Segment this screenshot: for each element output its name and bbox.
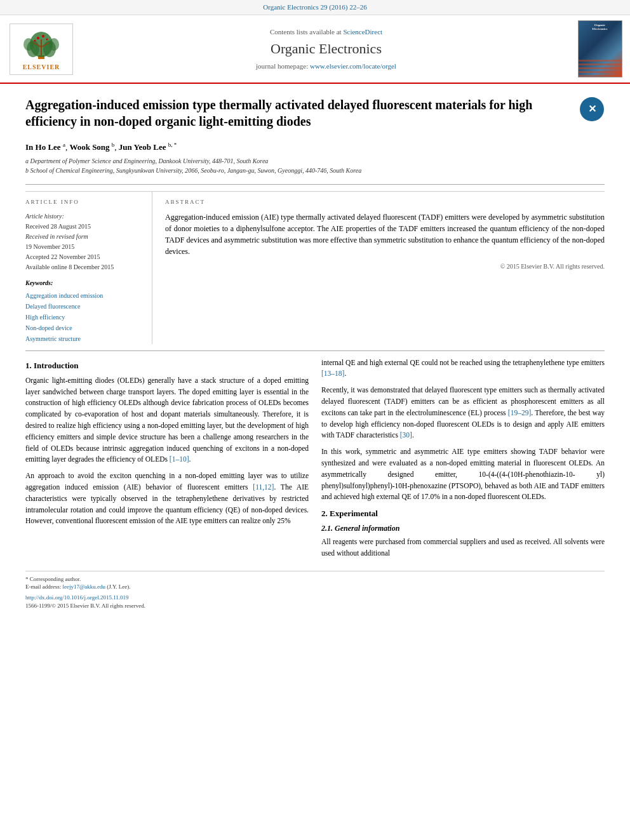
sciencedirect-link[interactable]: ScienceDirect (343, 28, 382, 36)
keyword-2[interactable]: Delayed fluorescence (25, 301, 142, 312)
journal-citation: Organic Electronics 29 (2016) 22–26 (263, 3, 367, 11)
revised-date: 19 November 2015 (25, 242, 142, 252)
svg-point-10 (42, 35, 44, 37)
svg-point-11 (34, 39, 36, 41)
article-info-column: ARTICLE INFO Article history: Received 2… (25, 192, 152, 344)
svg-point-5 (49, 38, 59, 51)
section1-title: 1. Introduction (25, 360, 309, 371)
journal-homepage: journal homepage: www.elsevier.com/locat… (256, 62, 396, 71)
section2-1-para: All reagents were purchased from commerc… (321, 537, 605, 559)
ref-11-12[interactable]: [11,12] (253, 483, 274, 491)
affiliations: a Department of Polymer Science and Engi… (25, 156, 605, 175)
ref-30[interactable]: [30] (400, 431, 412, 439)
journal-title: Organic Electronics (271, 39, 382, 59)
copyright: © 2015 Elsevier B.V. All rights reserved… (165, 262, 605, 271)
section1-para1: Organic light-emitting diodes (OLEDs) ge… (25, 375, 309, 466)
svg-point-4 (23, 38, 34, 51)
journal-header: ELSEVIER Contents lists available at Sci… (0, 15, 630, 84)
ref-19-29[interactable]: [19–29] (508, 409, 531, 417)
cover-image: OrganicElectronics (578, 20, 622, 77)
body-right-column: internal QE and high external QE could n… (321, 357, 605, 564)
author-jun-yeob-lee: Jun Yeob Lee (119, 143, 166, 152)
available-online: Available online 8 December 2015 (25, 262, 142, 272)
received-date: Received 28 August 2015 (25, 222, 142, 232)
email-link[interactable]: leejy17@akku.edu (62, 583, 105, 590)
keyword-4[interactable]: Non-doped device (25, 323, 142, 333)
section1-para2: An approach to avoid the exciton quenchi… (25, 470, 309, 527)
crossmark-icon (580, 97, 604, 121)
section1-para5: In this work, symmetric and asymmetric A… (321, 446, 605, 503)
cover-decoration (579, 58, 622, 77)
article-title-section: Aggregation-induced emission type therma… (25, 84, 605, 136)
history-label: Article history: (25, 211, 142, 222)
section1-para4: Recently, it was demonstrated that delay… (321, 385, 605, 441)
keyword-1[interactable]: Aggregation induced emission (25, 290, 142, 301)
section2-1-title: 2.1. General information (321, 523, 605, 534)
top-bar: Organic Electronics 29 (2016) 22–26 (0, 0, 630, 15)
affiliation-a: a Department of Polymer Science and Engi… (25, 156, 605, 166)
email-author: (J.Y. Lee). (107, 583, 130, 590)
contents-line: Contents lists available at ScienceDirec… (270, 27, 382, 37)
received-revised-label: Received in revised form (25, 232, 142, 242)
affiliation-b: b School of Chemical Engineering, Sungky… (25, 166, 605, 175)
abstract-column: ABSTRACT Aggregation-induced emission (A… (165, 192, 605, 344)
abstract-text: Aggregation-induced emission (AIE) type … (165, 211, 605, 257)
keyword-5[interactable]: Asymmetric structure (25, 333, 142, 344)
section2-title: 2. Experimental (321, 508, 605, 519)
body-columns: 1. Introduction Organic light-emitting d… (25, 357, 605, 564)
issn-line: 1566-1199/© 2015 Elsevier B.V. All right… (25, 602, 605, 610)
elsevier-tree-icon (19, 27, 64, 62)
author-sup-a: a (63, 142, 65, 148)
cover-title: OrganicElectronics (593, 23, 608, 31)
keywords-section: Keywords: Aggregation induced emission D… (25, 279, 142, 344)
article-title: Aggregation-induced emission type therma… (25, 97, 579, 130)
info-abstract-columns: ARTICLE INFO Article history: Received 2… (25, 191, 605, 344)
elsevier-wordmark: ELSEVIER (23, 63, 60, 72)
abstract-header: ABSTRACT (165, 198, 605, 206)
crossmark-badge[interactable] (579, 97, 605, 122)
accepted-date: Accepted 22 November 2015 (25, 252, 142, 262)
section1-para3: internal QE and high external QE could n… (321, 357, 605, 380)
elsevier-logo-container: ELSEVIER (6, 20, 76, 77)
ref-1-10[interactable]: [1–10] (170, 455, 189, 463)
ref-13-18[interactable]: [13–18] (321, 370, 344, 377)
homepage-url[interactable]: www.elsevier.com/locate/orgel (310, 62, 396, 70)
journal-cover: OrganicElectronics (576, 20, 624, 77)
author-in-ho-lee: In Ho Lee (25, 143, 61, 152)
keyword-3[interactable]: High efficiency (25, 312, 142, 323)
author-sup-b2: b, * (168, 142, 177, 148)
corresponding-label: * Corresponding author. (25, 575, 605, 583)
footnote-section: * Corresponding author. E-mail address: … (25, 571, 605, 610)
authors-section: In Ho Lee a, Wook Song b, Jun Yeob Lee b… (25, 136, 605, 178)
email-label: E-mail address: (25, 583, 62, 590)
email-address: E-mail address: leejy17@akku.edu (J.Y. L… (25, 583, 605, 591)
body-left-column: 1. Introduction Organic light-emitting d… (25, 357, 309, 564)
svg-point-12 (46, 38, 48, 40)
svg-point-9 (37, 37, 39, 39)
journal-header-middle: Contents lists available at ScienceDirec… (83, 20, 570, 77)
author-wook-song: Wook Song (69, 143, 109, 152)
article-info-header: ARTICLE INFO (25, 198, 142, 206)
author-sup-b: b (112, 142, 115, 148)
keywords-label: Keywords: (25, 279, 142, 288)
article-history: Article history: Received 28 August 2015… (25, 211, 142, 272)
doi-line[interactable]: http://dx.doi.org/10.1016/j.orgel.2015.1… (25, 594, 605, 602)
